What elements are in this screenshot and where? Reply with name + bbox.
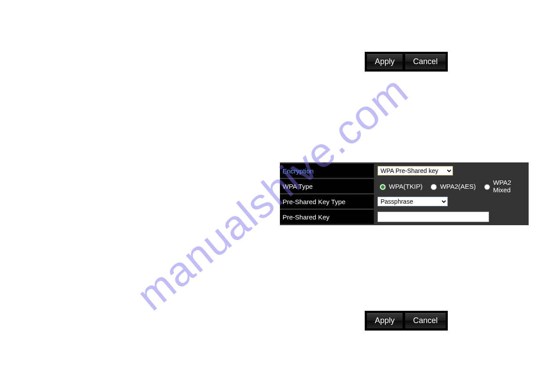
wpa-type-option-mixed[interactable]: WPA2 Mixed <box>482 179 529 194</box>
wpa-type-radio-mixed[interactable] <box>484 184 490 190</box>
apply-button[interactable]: Apply <box>366 313 403 329</box>
wpa-type-label: WPA Type <box>280 179 374 193</box>
psk-label: Pre-Shared Key <box>280 210 374 224</box>
button-bar-bottom: Apply Cancel <box>365 311 448 331</box>
wpa-type-radio-aes[interactable] <box>431 184 437 190</box>
encryption-select[interactable]: WPA Pre-Shared key <box>377 166 453 176</box>
apply-button[interactable]: Apply <box>366 54 403 70</box>
wpa-type-radio-aes-label: WPA2(AES) <box>440 183 475 190</box>
wpa-type-radio-tkip-label: WPA(TKIP) <box>389 183 422 190</box>
psk-row: Pre-Shared Key <box>280 210 529 224</box>
encryption-row: Encryption WPA Pre-Shared key <box>280 164 529 178</box>
wpa-type-option-aes[interactable]: WPA2(AES) <box>428 183 475 190</box>
wpa-type-radio-tkip[interactable] <box>380 184 386 190</box>
psk-type-select[interactable]: Passphrase <box>377 197 448 206</box>
cancel-button[interactable]: Cancel <box>405 313 446 329</box>
wpa-type-radio-mixed-label: WPA2 Mixed <box>493 179 529 194</box>
button-bar-top: Apply Cancel <box>365 52 448 72</box>
wpa-type-row: WPA Type WPA(TKIP) WPA2(AES) WPA2 Mixed <box>280 179 529 193</box>
wpa-type-option-tkip[interactable]: WPA(TKIP) <box>377 183 422 190</box>
encryption-label: Encryption <box>280 164 374 178</box>
psk-input[interactable] <box>377 212 489 222</box>
psk-type-label: Pre-Shared Key Type <box>280 194 374 209</box>
cancel-button[interactable]: Cancel <box>405 54 446 70</box>
wpa-config-panel: Encryption WPA Pre-Shared key WPA Type W… <box>280 162 529 225</box>
psk-type-row: Pre-Shared Key Type Passphrase <box>280 194 529 209</box>
